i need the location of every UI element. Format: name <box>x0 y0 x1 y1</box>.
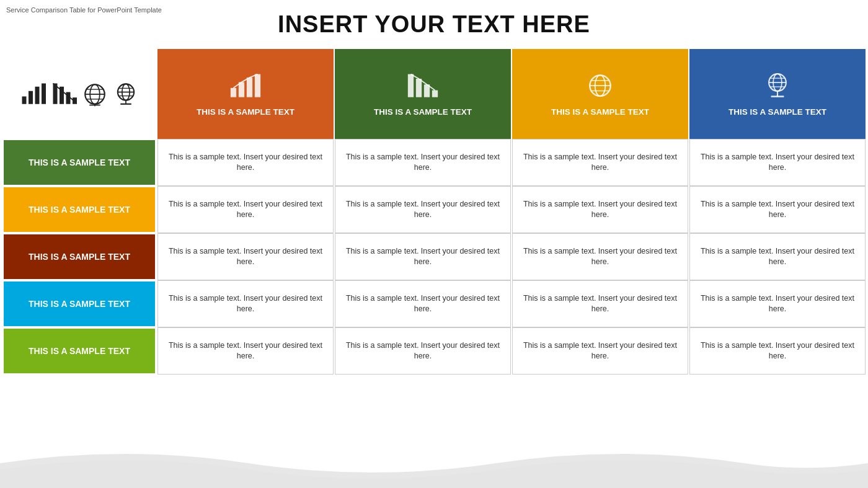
wave-decoration <box>0 438 868 488</box>
col-header-1: THIS IS A SAMPLE TEXT <box>157 49 334 139</box>
row-label-1: THIS IS A SAMPLE TEXT <box>2 139 156 186</box>
col1-row4-cell: This is a sample text. Insert your desir… <box>157 280 334 327</box>
comparison-table: THIS IS A SAMPLE TEXT THIS IS A SAMPLE T… <box>0 49 868 375</box>
col4-row2-cell: This is a sample text. Insert your desir… <box>689 186 866 233</box>
svg-rect-2 <box>35 86 40 104</box>
data-column-3: THIS IS A SAMPLE TEXT This is a sample t… <box>511 49 688 375</box>
svg-rect-0 <box>22 96 27 104</box>
col3-header-text: THIS IS A SAMPLE TEXT <box>551 107 649 118</box>
row-label-5: THIS IS A SAMPLE TEXT <box>2 327 156 375</box>
bar-chart-down-icon <box>51 81 77 107</box>
col1-row5-cell: This is a sample text. Insert your desir… <box>157 327 334 375</box>
svg-rect-26 <box>408 74 414 97</box>
col-header-2: THIS IS A SAMPLE TEXT <box>335 49 511 139</box>
watermark-label: Service Comparison Table for PowerPoint … <box>6 6 162 14</box>
col3-row5-cell: This is a sample text. Insert your desir… <box>512 327 688 375</box>
globe-stand-icon-1 <box>113 81 139 107</box>
col2-row2-cell: This is a sample text. Insert your desir… <box>335 186 511 233</box>
col-header-4: THIS IS A SAMPLE TEXT <box>689 49 866 139</box>
col2-row4-cell: This is a sample text. Insert your desir… <box>335 280 511 327</box>
data-column-2: THIS IS A SAMPLE TEXT This is a sample t… <box>334 49 511 375</box>
col3-row2-cell: This is a sample text. Insert your desir… <box>512 186 688 233</box>
svg-rect-25 <box>255 74 260 97</box>
col1-row1-cell: This is a sample text. Insert your desir… <box>157 139 334 186</box>
col3-row4-cell: This is a sample text. Insert your desir… <box>512 280 688 327</box>
col2-row1-cell: This is a sample text. Insert your desir… <box>335 139 511 186</box>
globe-icon-1 <box>82 81 108 107</box>
col4-header-text: THIS IS A SAMPLE TEXT <box>728 107 826 118</box>
svg-rect-22 <box>231 88 236 97</box>
svg-rect-3 <box>42 83 46 104</box>
col3-row1-cell: This is a sample text. Insert your desir… <box>512 139 688 186</box>
col4-row4-cell: This is a sample text. Insert your desir… <box>689 280 866 327</box>
col1-header-text: THIS IS A SAMPLE TEXT <box>197 107 294 118</box>
col1-row2-cell: This is a sample text. Insert your desir… <box>157 186 334 233</box>
col-header-3: THIS IS A SAMPLE TEXT <box>512 49 688 139</box>
col3-row3-cell: This is a sample text. Insert your desir… <box>512 233 688 280</box>
svg-rect-24 <box>247 78 252 97</box>
col4-globe-stand-icon <box>761 71 794 103</box>
col4-row1-cell: This is a sample text. Insert your desir… <box>689 139 866 186</box>
bar-chart-up-icon <box>20 81 46 107</box>
svg-rect-27 <box>416 79 422 97</box>
data-column-4: THIS IS A SAMPLE TEXT This is a sample t… <box>688 49 866 375</box>
svg-rect-1 <box>29 91 33 104</box>
icon-area <box>2 49 156 139</box>
svg-rect-23 <box>239 82 244 97</box>
row-label-3: THIS IS A SAMPLE TEXT <box>2 233 156 280</box>
col1-bar-up-icon <box>229 71 262 103</box>
row-label-4: THIS IS A SAMPLE TEXT <box>2 280 156 327</box>
svg-rect-29 <box>432 90 438 97</box>
col2-header-text: THIS IS A SAMPLE TEXT <box>374 107 472 118</box>
col4-row5-cell: This is a sample text. Insert your desir… <box>689 327 866 375</box>
col4-row3-cell: This is a sample text. Insert your desir… <box>689 233 866 280</box>
left-column: THIS IS A SAMPLE TEXT THIS IS A SAMPLE T… <box>2 49 156 375</box>
row-label-2: THIS IS A SAMPLE TEXT <box>2 186 156 233</box>
svg-rect-6 <box>66 92 71 104</box>
col1-row3-cell: This is a sample text. Insert your desir… <box>157 233 334 280</box>
col2-row3-cell: This is a sample text. Insert your desir… <box>335 233 511 280</box>
col2-row5-cell: This is a sample text. Insert your desir… <box>335 327 511 375</box>
col2-bar-down-icon <box>407 71 439 103</box>
data-column-1: THIS IS A SAMPLE TEXT This is a sample t… <box>156 49 334 375</box>
col3-globe-icon <box>584 71 616 103</box>
